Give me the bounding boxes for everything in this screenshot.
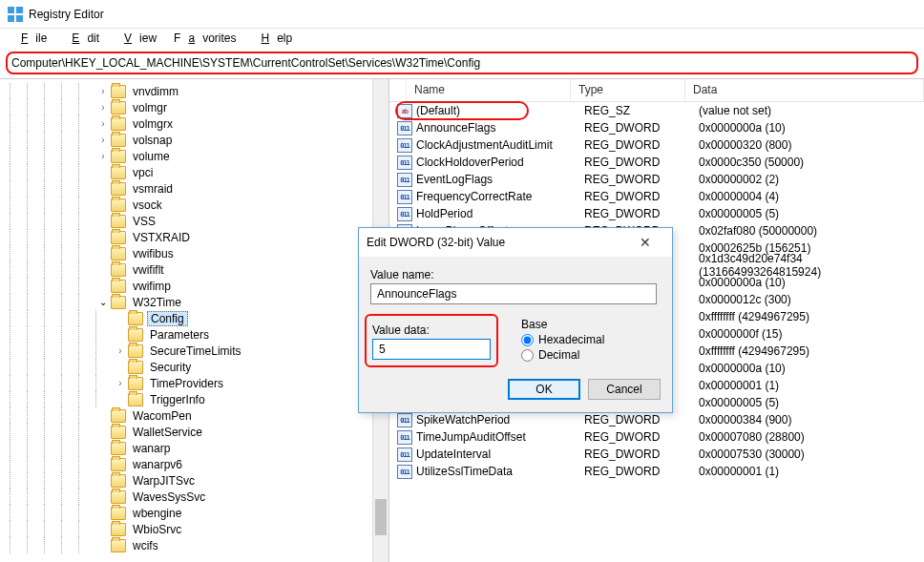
col-name[interactable]: Name [407, 79, 571, 101]
dialog-titlebar[interactable]: Edit DWORD (32-bit) Value ✕ [359, 228, 672, 257]
radio-dec[interactable]: Decimal [521, 348, 604, 362]
menu-favorites[interactable]: Favorites [166, 30, 243, 47]
list-row[interactable]: UtilizeSslTimeDataREG_DWORD0x00000001 (1… [389, 463, 924, 480]
tree-item[interactable]: WarpJITSvc [10, 472, 388, 489]
value-data: 0x00007080 (28800) [691, 430, 924, 444]
folder-icon [111, 490, 126, 504]
dword-value-icon [397, 465, 412, 479]
tree-item[interactable]: Config [10, 310, 388, 326]
tree-item[interactable]: TriggerInfo [10, 391, 388, 407]
list-row[interactable]: UpdateIntervalREG_DWORD0x00007530 (30000… [389, 446, 924, 463]
tree-item[interactable]: vpci [10, 164, 388, 180]
list-row[interactable]: ClockHoldoverPeriodREG_DWORD0x0000c350 (… [389, 154, 924, 171]
tree-twisty-icon[interactable]: › [95, 102, 111, 113]
ok-button[interactable]: OK [508, 379, 580, 400]
list-row[interactable]: EventLogFlagsREG_DWORD0x00000002 (2) [389, 171, 924, 188]
folder-icon [111, 539, 126, 552]
tree-item[interactable]: Parameters [10, 326, 388, 343]
tree-item[interactable]: vwifimp [10, 278, 388, 294]
value-data: 0x00000320 (800) [691, 138, 924, 152]
tree-item[interactable]: wbengine [10, 505, 388, 521]
close-icon[interactable]: ✕ [626, 235, 664, 250]
radio-dec-input[interactable] [521, 349, 534, 362]
folder-icon [111, 198, 126, 212]
address-bar[interactable]: Computer\HKEY_LOCAL_MACHINE\SYSTEM\Curre… [6, 52, 918, 74]
tree-label: vwifimp [130, 280, 174, 293]
list-row[interactable]: TimeJumpAuditOffsetREG_DWORD0x00007080 (… [389, 428, 924, 446]
svg-rect-3 [16, 15, 23, 22]
tree-item[interactable]: WavesSysSvc [10, 489, 388, 505]
tree-twisty-icon[interactable]: › [113, 378, 128, 388]
tree-item[interactable]: vsmraid [10, 180, 388, 197]
tree-item[interactable]: wcifs [10, 537, 388, 553]
tree-item[interactable]: ›volmgr [10, 99, 388, 115]
dword-value-icon [397, 190, 412, 204]
value-data: 0x00000001 (1) [691, 379, 924, 392]
tree-label: vsmraid [130, 182, 176, 196]
col-data[interactable]: Data [685, 79, 924, 101]
value-data: (value not set) [691, 104, 924, 117]
list-row[interactable]: ClockAdjustmentAuditLimitREG_DWORD0x0000… [389, 136, 924, 154]
folder-icon [111, 101, 126, 114]
tree-twisty-icon[interactable]: › [95, 118, 111, 129]
tree-twisty-icon[interactable]: › [95, 135, 111, 145]
tree-item[interactable]: ›TimeProviders [10, 375, 388, 391]
list-row[interactable]: (Default)REG_SZ(value not set) [389, 102, 924, 119]
tree-item[interactable]: Security [10, 359, 388, 375]
list-header: Name Type Data [389, 79, 924, 102]
value-data: 0x00007530 (30000) [691, 448, 924, 461]
tree-item[interactable]: wanarpv6 [10, 456, 388, 472]
list-row[interactable]: AnnounceFlagsREG_DWORD0x0000000a (10) [389, 119, 924, 136]
folder-icon [111, 296, 126, 309]
folder-icon [111, 280, 126, 293]
tree-label: WavesSysSvc [130, 490, 208, 504]
value-type: REG_DWORD [577, 207, 691, 220]
value-name: AnnounceFlags [416, 121, 495, 135]
menu-edit[interactable]: Edit [56, 30, 107, 47]
menu-view[interactable]: View [109, 30, 164, 47]
value-name: ClockHoldoverPeriod [416, 156, 524, 169]
tree-item[interactable]: WalletService [10, 424, 388, 440]
menu-file[interactable]: File [6, 30, 54, 47]
tree-item[interactable]: vwifibus [10, 245, 388, 261]
tree-item[interactable]: ›SecureTimeLimits [10, 343, 388, 359]
col-type[interactable]: Type [571, 79, 685, 101]
tree-twisty-icon[interactable]: › [95, 151, 111, 161]
tree-item[interactable]: ›volume [10, 148, 388, 164]
tree-item[interactable]: ›vnvdimm [10, 83, 388, 99]
value-name-field[interactable] [370, 283, 657, 304]
list-row[interactable]: HoldPeriodREG_DWORD0x00000005 (5) [389, 205, 924, 222]
tree-item[interactable]: ›volmgrx [10, 115, 388, 132]
tree[interactable]: ›vnvdimm›volmgr›volmgrx›volsnap›volumevp… [0, 79, 388, 553]
menu-help[interactable]: Help [245, 30, 300, 47]
tree-item[interactable]: ⌄W32Time [10, 294, 388, 310]
tree-twisty-icon[interactable]: ⌄ [95, 297, 111, 307]
tree-scroll-thumb[interactable] [375, 499, 387, 535]
edit-dword-dialog: Edit DWORD (32-bit) Value ✕ Value name: … [358, 227, 673, 413]
tree-item[interactable]: VSS [10, 213, 388, 229]
tree-label: Config [147, 311, 188, 326]
tree-item[interactable]: ›volsnap [10, 132, 388, 148]
tree-item[interactable]: WacomPen [10, 407, 388, 424]
value-data: 0x02faf080 (50000000) [691, 224, 924, 238]
folder-icon [111, 263, 126, 277]
menubar: File Edit View Favorites Help [0, 29, 924, 48]
tree-item[interactable]: vwififlt [10, 261, 388, 278]
tree-item[interactable]: wanarp [10, 440, 388, 456]
tree-twisty-icon[interactable]: › [95, 86, 111, 96]
list-row[interactable]: SpikeWatchPeriodREG_DWORD0x00000384 (900… [389, 411, 924, 428]
tree-pane: ›vnvdimm›volmgr›volmgrx›volsnap›volumevp… [0, 79, 389, 562]
value-type: REG_DWORD [577, 413, 691, 427]
tree-item[interactable]: vsock [10, 197, 388, 213]
window-title: Registry Editor [29, 8, 104, 21]
tree-item[interactable]: VSTXRAID [10, 229, 388, 245]
col-icon[interactable] [389, 79, 407, 101]
value-data-field[interactable] [372, 339, 491, 360]
tree-twisty-icon[interactable]: › [113, 345, 128, 356]
radio-hex[interactable]: Hexadecimal [521, 333, 604, 346]
tree-item[interactable]: WbioSrvc [10, 521, 388, 537]
cancel-button[interactable]: Cancel [588, 379, 661, 400]
radio-hex-input[interactable] [521, 334, 534, 346]
value-data-label: Value data: [372, 323, 491, 337]
list-row[interactable]: FrequencyCorrectRateREG_DWORD0x00000004 … [389, 188, 924, 205]
